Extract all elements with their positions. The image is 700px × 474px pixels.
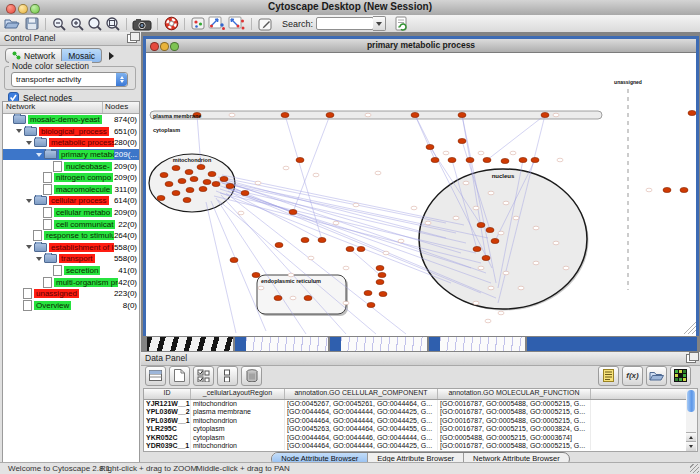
create-attribute-icon[interactable] [169, 366, 190, 386]
graphics-settings-icon[interactable] [189, 16, 207, 31]
gene-node [473, 246, 481, 251]
zoom-out-icon[interactable] [50, 16, 68, 31]
tree-row[interactable]: metabolic process280(0) [3, 137, 139, 149]
tree-row[interactable]: multi-organism pro42(0) [3, 276, 139, 288]
help-ring-icon[interactable] [162, 16, 180, 31]
tree-row[interactable]: establishment of lo558(0) [3, 242, 139, 254]
tree-row[interactable]: secretion41(0) [3, 265, 139, 277]
delete-attribute-icon[interactable] [241, 366, 262, 386]
more-tabs-button[interactable] [105, 48, 117, 63]
column-header[interactable]: _cellularLayoutRegion [191, 389, 285, 399]
zoom-fit-icon[interactable] [104, 16, 122, 31]
file-icon [43, 277, 52, 288]
tree-row[interactable]: response to stimulu264(0) [3, 230, 139, 242]
tree-row[interactable]: transport558(0) [3, 253, 139, 265]
network-label: unassigned [34, 289, 79, 298]
float-panel-icon[interactable] [127, 34, 137, 43]
color-matrix-icon[interactable] [670, 366, 691, 386]
expand-arrow-icon[interactable] [36, 153, 42, 157]
expand-arrow-icon[interactable] [26, 245, 32, 249]
node-color-combobox[interactable]: transporter activity [11, 72, 128, 87]
open-attribute-file-icon[interactable] [646, 366, 667, 386]
tree-row[interactable]: nitrogen compo209(0) [3, 172, 139, 184]
gene-node [230, 257, 238, 262]
network-label: cellular process [49, 196, 109, 205]
column-header[interactable]: ID [144, 389, 191, 399]
cytoscape-window: Cytoscape Desktop (New Session) [0, 0, 700, 474]
import-attribute-list-icon[interactable] [598, 366, 619, 386]
gene-label-node [343, 301, 349, 305]
layout-one-icon[interactable] [207, 16, 227, 31]
tree-row[interactable]: nucleobase-209(0) [3, 160, 139, 172]
attribute-panel-icon[interactable] [145, 366, 166, 386]
float-panel-icon[interactable] [686, 354, 696, 363]
save-session-icon[interactable] [23, 16, 41, 31]
network-label: Overview [34, 301, 71, 310]
scroll-down-button[interactable] [686, 441, 696, 451]
gene-label-node [553, 241, 559, 245]
control-panel: Control Panel Network Mosaic Node color … [0, 32, 142, 462]
unselect-attributes-icon[interactable] [217, 366, 238, 386]
gene-node [157, 195, 165, 200]
tree-header-network: Network [3, 102, 102, 113]
table-row[interactable]: YJR121W__1mitochondrion[GO:0045267, GO:0… [144, 400, 689, 408]
expand-arrow-icon[interactable] [26, 199, 32, 203]
search-dropdown-button[interactable] [373, 16, 386, 31]
resize-grip[interactable] [690, 464, 699, 473]
expand-arrow-icon[interactable] [36, 257, 42, 261]
window-titlebar: Cytoscape Desktop (New Session) [0, 0, 700, 16]
node-count: 280(0) [114, 138, 139, 147]
toolbar-separator [251, 18, 252, 30]
file-icon [33, 230, 42, 241]
search-input[interactable] [316, 17, 374, 30]
table-row[interactable]: YPL036W__2plasma membrane[GO:0044464, GO… [144, 408, 689, 416]
layout-two-icon[interactable] [227, 16, 247, 31]
table-row[interactable]: YPL036W__1mitochondrion[GO:0044464, GO:0… [144, 417, 689, 425]
tree-row[interactable]: primary metabo209(... [3, 149, 139, 161]
network-tree-panel: Network Nodes mosaic-demo-yeast874(0)bio… [2, 101, 140, 474]
table-row[interactable]: YKR052Ccytoplasm[GO:0044464, GO:0044446,… [144, 434, 689, 442]
tree-row[interactable]: mosaic-demo-yeast874(0) [3, 114, 139, 126]
export-snapshot-icon[interactable] [131, 16, 153, 31]
tree-row[interactable]: cellular process614(0) [3, 195, 139, 207]
node-count: 42(0) [118, 278, 139, 287]
table-cell: [GO:0016787, GO:0005488, GO:0005215, G..… [438, 417, 591, 425]
open-session-icon[interactable] [3, 16, 21, 31]
tree-row[interactable]: unassigned223(0) [3, 288, 139, 300]
gene-node [431, 157, 439, 162]
table-row[interactable]: YDR039C__1mitochondrion[GO:0044464, GO:0… [144, 442, 689, 450]
expand-arrow-icon[interactable] [16, 129, 22, 133]
column-header[interactable]: annotation.GO CELLULAR_COMPONENT [285, 389, 438, 399]
column-header[interactable]: annotation.GO MOLECULAR_FUNCTION [438, 389, 591, 399]
gene-label-node [557, 158, 563, 162]
tree-row[interactable]: macromolecule311(0) [3, 184, 139, 196]
tree-row[interactable]: cell communicat22(0) [3, 218, 139, 230]
zoom-in-icon[interactable] [68, 16, 86, 31]
scrollbar-thumb[interactable] [687, 390, 695, 412]
select-attributes-icon[interactable] [193, 366, 214, 386]
gene-node [364, 290, 372, 295]
gene-label-node [238, 211, 244, 215]
network-graph[interactable]: plasma membranecytoplasmmitochondrionnuc… [146, 53, 696, 336]
gene-node [226, 183, 234, 188]
folder-icon [44, 150, 57, 159]
status-welcome: Welcome to Cytoscape 2.8.1 [8, 464, 110, 473]
expand-arrow-icon[interactable] [26, 141, 32, 145]
table-scrollbar[interactable] [686, 388, 698, 452]
zoom-selected-region-icon[interactable] [86, 16, 104, 31]
network-view-titlebar[interactable]: primary metabolic process [146, 39, 696, 53]
tree-row[interactable]: cellular metabo209(0) [3, 207, 139, 219]
gene-node [212, 181, 220, 186]
annotation-icon[interactable] [256, 16, 274, 31]
gene-node [379, 291, 387, 296]
tree-row[interactable]: Overview8(0) [3, 300, 139, 312]
gene-node [477, 222, 485, 227]
gene-node [531, 157, 539, 162]
tree-row[interactable]: biological_process651(0) [3, 126, 139, 138]
table-row[interactable]: YLR295Ccytoplasm[GO:0045263, GO:0044464,… [144, 425, 689, 433]
network-canvas[interactable]: plasma membranecytoplasmmitochondrionnuc… [146, 53, 696, 336]
function-builder-icon[interactable]: f(x) [622, 366, 643, 386]
node-count: 209(0) [114, 208, 139, 217]
search-config-icon[interactable] [392, 16, 410, 31]
gene-label-node [375, 171, 381, 175]
